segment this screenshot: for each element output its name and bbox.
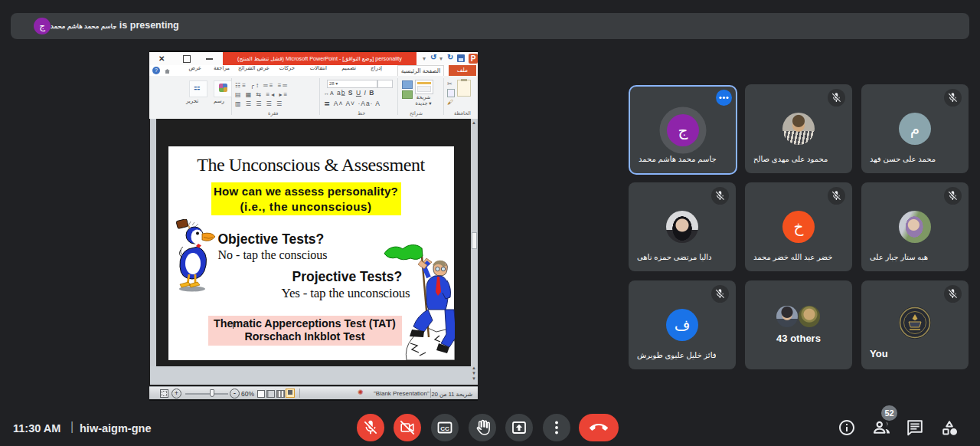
svg-text:CC: CC [440,425,449,432]
